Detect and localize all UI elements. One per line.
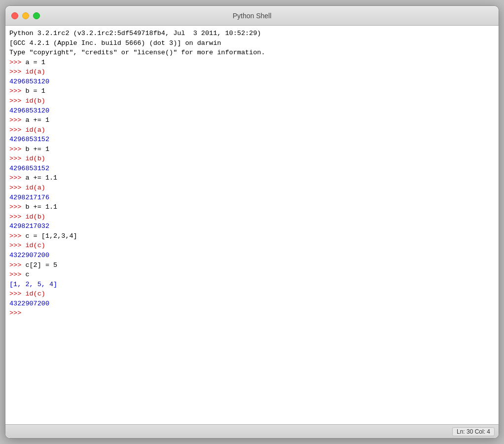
prompt-14: >>> (9, 242, 25, 249)
cmd-12: id(b) (25, 213, 45, 221)
intro-line2: [GCC 4.2.1 (Apple Inc. build 5666) (dot … (9, 39, 221, 47)
window-title: Python Shell (233, 12, 272, 20)
maximize-button[interactable] (33, 12, 40, 19)
cmd-13: c = [1,2,3,4] (25, 232, 77, 240)
cmd-2: id(a) (25, 68, 45, 75)
minimize-button[interactable] (22, 12, 29, 19)
intro-text: Python 3.2.1rc2 (v3.2.1rc2:5df549718fb4,… (9, 29, 495, 318)
output-6: 4298217032 (9, 222, 49, 230)
output-4: 4296853152 (9, 165, 49, 172)
cmd-14: id(c) (25, 242, 45, 249)
cmd-6: id(a) (25, 126, 45, 134)
output-8: [1, 2, 5, 4] (9, 281, 57, 288)
prompt-18: >>> (9, 309, 25, 317)
prompt-8: >>> (9, 155, 25, 162)
shell-content[interactable]: Python 3.2.1rc2 (v3.2.1rc2:5df549718fb4,… (5, 26, 499, 424)
close-button[interactable] (11, 12, 18, 19)
prompt-11: >>> (9, 203, 25, 211)
cmd-5: a += 1 (25, 116, 49, 124)
prompt-16: >>> (9, 271, 25, 278)
prompt-7: >>> (9, 146, 25, 153)
output-9: 4322907200 (9, 300, 49, 307)
prompt-15: >>> (9, 261, 25, 269)
status-text: Ln: 30 Col: 4 (452, 427, 495, 436)
cmd-10: id(a) (25, 184, 45, 191)
prompt-9: >>> (9, 174, 25, 182)
prompt-17: >>> (9, 290, 25, 297)
output-7: 4322907200 (9, 252, 49, 259)
cmd-7: b += 1 (25, 146, 49, 153)
python-shell-window: Python Shell Python 3.2.1rc2 (v3.2.1rc2:… (5, 5, 499, 439)
prompt-1: >>> (9, 59, 25, 66)
intro-line3: Type "copyright", "credits" or "license(… (9, 49, 265, 56)
titlebar: Python Shell (5, 6, 499, 26)
prompt-2: >>> (9, 68, 25, 75)
window-buttons (11, 12, 40, 19)
cmd-4: id(b) (25, 97, 45, 105)
intro-line1: Python 3.2.1rc2 (v3.2.1rc2:5df549718fb4,… (9, 30, 261, 37)
output-3: 4296853152 (9, 136, 49, 143)
cmd-15: c[2] = 5 (25, 261, 57, 269)
cmd-8: id(b) (25, 155, 45, 162)
prompt-13: >>> (9, 232, 25, 240)
statusbar: Ln: 30 Col: 4 (5, 424, 499, 438)
cmd-11: b += 1.1 (25, 203, 57, 211)
prompt-5: >>> (9, 116, 25, 124)
output-5: 4298217176 (9, 194, 49, 201)
output-2: 4296853120 (9, 107, 49, 114)
cmd-16: c (25, 271, 29, 278)
cmd-3: b = 1 (25, 87, 45, 95)
cmd-17: id(c) (25, 290, 45, 297)
prompt-6: >>> (9, 126, 25, 134)
prompt-10: >>> (9, 184, 25, 191)
output-1: 4296853120 (9, 78, 49, 85)
prompt-4: >>> (9, 97, 25, 105)
cmd-1: a = 1 (25, 59, 45, 66)
prompt-12: >>> (9, 213, 25, 221)
cmd-9: a += 1.1 (25, 174, 57, 182)
prompt-3: >>> (9, 87, 25, 95)
